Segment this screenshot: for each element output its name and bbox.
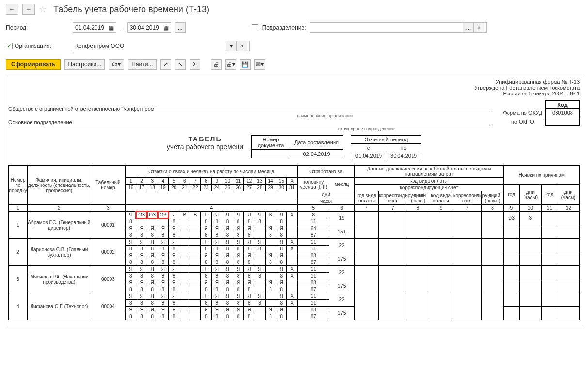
report-period-header: Отчетный период <box>351 136 421 144</box>
okud-value: 0301008 <box>546 109 580 117</box>
sum-button[interactable]: Σ <box>190 59 200 70</box>
folder-icon: 🗂 <box>112 61 118 68</box>
collapse-button[interactable]: ⤡ <box>175 59 186 70</box>
chevron-down-icon: ▾ <box>261 61 264 68</box>
collapse-icon: ⤡ <box>178 61 183 68</box>
arrow-left-icon: ← <box>9 6 15 13</box>
email-button[interactable]: ✉▾ <box>254 59 265 70</box>
kod-header: Код <box>546 101 580 109</box>
report-period-table: Отчетный период с по 01.04.2019 30.04.20… <box>351 135 421 160</box>
email-icon: ✉ <box>256 61 261 68</box>
department-name: Основное подразделение <box>8 119 492 125</box>
back-button[interactable]: ← <box>6 4 18 15</box>
save-icon: 💾 <box>241 61 249 68</box>
doc-info-table: Номер документа Дата составления 02.04.2… <box>251 135 343 158</box>
find-button[interactable]: Найти... <box>128 59 156 70</box>
print-button[interactable]: 🖨 <box>211 59 222 70</box>
dash: – <box>120 24 124 31</box>
form-info: Унифицированная форма № Т-13 <box>8 79 580 85</box>
expand-button[interactable]: ⤢ <box>160 59 171 70</box>
organization-checkbox[interactable] <box>6 43 13 49</box>
arrow-right-icon: → <box>26 6 32 13</box>
settings-button[interactable]: Настройки... <box>64 59 105 70</box>
forward-button[interactable]: → <box>22 4 35 15</box>
organization-field[interactable]: Конфетпром ООО ▾ × <box>73 41 250 51</box>
table-row: 1Абрамов Г.С. (Генеральный директор)0000… <box>9 212 580 218</box>
date-to-value: 30.04.2019 <box>130 24 159 31</box>
period-to-header: по <box>386 144 421 152</box>
doc-num-header: Номер документа <box>252 136 290 150</box>
codes-table: Код Форма по ОКУД0301008 по ОКПО <box>500 100 580 126</box>
department-field[interactable]: ... × <box>310 22 487 33</box>
save-button[interactable]: 💾 <box>240 59 251 70</box>
date-from-value: 01.04.2019 <box>75 24 104 31</box>
org-fullname: Общество с ограниченной ответственностью… <box>8 106 492 112</box>
form-info: Утверждена Постановлением Госкомстата <box>8 85 580 91</box>
variants-button[interactable]: 🗂▾ <box>109 59 124 70</box>
chevron-down-icon: ▾ <box>118 61 121 68</box>
star-icon[interactable]: ☆ <box>39 4 47 15</box>
period-more-button[interactable]: ... <box>175 22 186 33</box>
generate-button[interactable]: Сформировать <box>6 59 61 70</box>
print-icon: 🖨 <box>213 61 219 68</box>
table-row: 4Лифанова С.Г. (Технолог)00004ЯЯЯЯЯЯЯЯЯЯ… <box>9 293 580 300</box>
organization-dropdown-button[interactable]: ▾ <box>226 41 237 51</box>
period-to: 30.04.2019 <box>386 152 421 160</box>
chevron-down-icon: ▾ <box>230 43 233 49</box>
report-area: Унифицированная форма № Т-13 Утверждена … <box>6 77 582 326</box>
timesheet-grid: Номер по порядку Фамилия, инициалы, долж… <box>8 165 580 320</box>
form-info: России от 5 января 2004 г. № 1 <box>8 91 580 96</box>
department-sublabel: структурное подразделение <box>154 126 580 131</box>
sigma-icon: Σ <box>193 61 196 68</box>
expand-icon: ⤢ <box>163 61 168 68</box>
doc-date: 02.04.2019 <box>290 150 343 158</box>
table-row: 2Ларионова С.В. (Главный бухгалтер)00002… <box>9 239 580 246</box>
date-from-field[interactable]: 01.04.2019 ▦ <box>73 22 116 33</box>
okpo-label: по ОКПО <box>500 117 546 126</box>
page-title: Табель учета рабочего времени (Т-13) <box>53 4 209 15</box>
organization-clear-button[interactable]: × <box>237 41 247 51</box>
okpo-value <box>546 117 580 126</box>
table-row: 3Мясищев Р.А. (Начальник производства)00… <box>9 266 580 273</box>
organization-label: Организация: <box>15 43 51 49</box>
doc-date-header: Дата составления <box>290 136 343 150</box>
department-checkbox[interactable] <box>252 24 258 31</box>
okud-label: Форма по ОКУД <box>500 109 546 117</box>
chevron-down-icon: ▾ <box>232 61 235 68</box>
calendar-icon: ▦ <box>163 24 169 31</box>
department-more-button[interactable]: ... <box>463 22 474 33</box>
doc-title-1: ТАБЕЛЬ <box>167 135 243 143</box>
doc-num <box>252 150 290 158</box>
period-from-header: с <box>351 144 386 152</box>
print-menu-button[interactable]: 🖨▾ <box>225 59 236 70</box>
print-icon: 🖨 <box>226 61 232 68</box>
period-label: Период: <box>6 24 69 31</box>
period-from: 01.04.2019 <box>351 152 386 160</box>
doc-title-2: учета рабочего времени <box>167 143 243 151</box>
department-label: Подразделение: <box>262 24 306 31</box>
date-to-field[interactable]: 30.04.2019 ▦ <box>127 22 171 33</box>
calendar-icon: ▦ <box>109 24 114 31</box>
department-clear-button[interactable]: × <box>474 22 484 33</box>
organization-value: Конфетпром ООО <box>75 43 124 49</box>
